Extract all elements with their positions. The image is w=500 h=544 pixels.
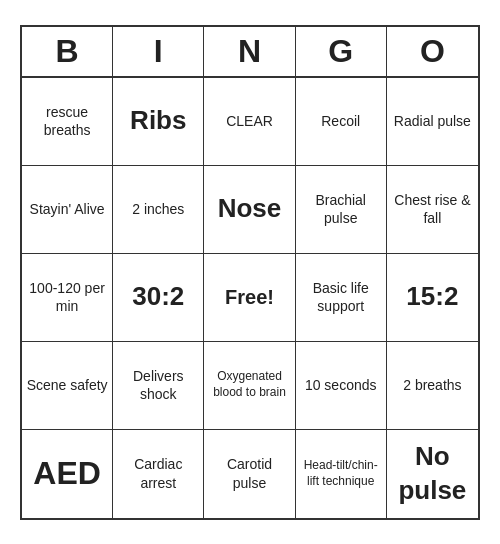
- bingo-cell-8: Brachial pulse: [296, 166, 387, 254]
- bingo-cell-22: Carotid pulse: [204, 430, 295, 518]
- bingo-cell-4: Radial pulse: [387, 78, 478, 166]
- bingo-cell-15: Scene safety: [22, 342, 113, 430]
- bingo-cell-19: 2 breaths: [387, 342, 478, 430]
- bingo-grid: rescue breathsRibsCLEARRecoilRadial puls…: [22, 78, 478, 518]
- bingo-cell-18: 10 seconds: [296, 342, 387, 430]
- bingo-cell-20: AED: [22, 430, 113, 518]
- bingo-cell-11: 30:2: [113, 254, 204, 342]
- bingo-cell-6: 2 inches: [113, 166, 204, 254]
- bingo-card: BINGO rescue breathsRibsCLEARRecoilRadia…: [20, 25, 480, 520]
- header-letter-o: O: [387, 27, 478, 76]
- bingo-cell-21: Cardiac arrest: [113, 430, 204, 518]
- header-letter-b: B: [22, 27, 113, 76]
- bingo-cell-2: CLEAR: [204, 78, 295, 166]
- bingo-cell-24: No pulse: [387, 430, 478, 518]
- bingo-header: BINGO: [22, 27, 478, 78]
- bingo-cell-17: Oxygenated blood to brain: [204, 342, 295, 430]
- bingo-cell-10: 100-120 per min: [22, 254, 113, 342]
- bingo-cell-13: Basic life support: [296, 254, 387, 342]
- bingo-cell-9: Chest rise & fall: [387, 166, 478, 254]
- header-letter-g: G: [296, 27, 387, 76]
- bingo-cell-16: Delivers shock: [113, 342, 204, 430]
- bingo-cell-3: Recoil: [296, 78, 387, 166]
- bingo-cell-12: Free!: [204, 254, 295, 342]
- bingo-cell-0: rescue breaths: [22, 78, 113, 166]
- bingo-cell-1: Ribs: [113, 78, 204, 166]
- bingo-cell-5: Stayin' Alive: [22, 166, 113, 254]
- bingo-cell-23: Head-tilt/chin-lift technique: [296, 430, 387, 518]
- bingo-cell-14: 15:2: [387, 254, 478, 342]
- header-letter-n: N: [204, 27, 295, 76]
- bingo-cell-7: Nose: [204, 166, 295, 254]
- header-letter-i: I: [113, 27, 204, 76]
